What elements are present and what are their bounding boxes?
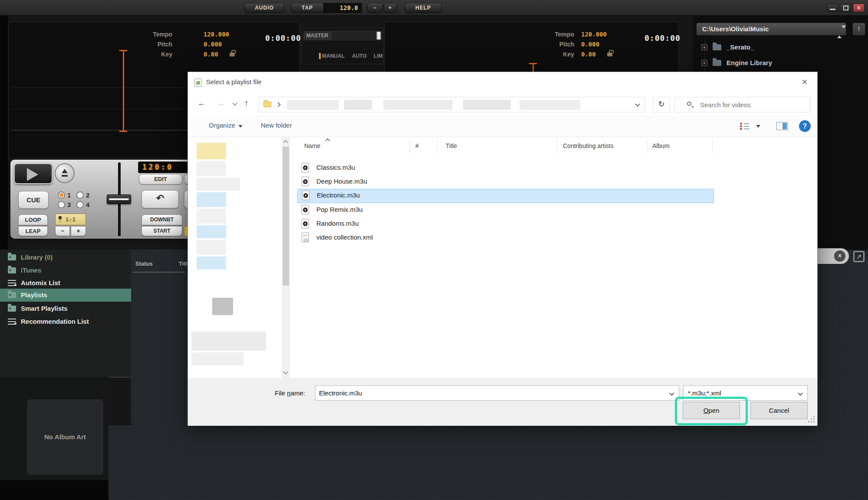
resize-grip[interactable] (809, 416, 815, 422)
file-row[interactable]: video collection.xml (297, 231, 714, 245)
minimize-button[interactable] (827, 3, 838, 12)
beat-plus-button[interactable]: + (71, 226, 86, 236)
dialog-toolbar: Organize New folder ? (188, 115, 817, 137)
edit-button[interactable]: EDIT (139, 174, 182, 184)
file-row[interactable]: Pop Remix.m3u (297, 204, 714, 217)
play-button[interactable] (14, 163, 53, 184)
close-app-button[interactable]: × (853, 3, 865, 12)
folder-up-button[interactable]: ↑ (852, 23, 865, 36)
cue-button[interactable]: CUE (18, 191, 49, 209)
pitch-label: Pitch (559, 41, 574, 48)
file-row-selected[interactable]: Electronic.m3u (297, 189, 714, 203)
maximize-icon (843, 6, 848, 10)
start-button[interactable]: START (141, 226, 182, 236)
hotcue-radio-2[interactable] (76, 191, 84, 199)
view-mode-dropdown-icon[interactable] (756, 125, 760, 128)
preview-pane-icon[interactable] (776, 122, 788, 130)
column-separator[interactable] (437, 139, 437, 154)
master-auto-label[interactable]: AUTO (352, 53, 367, 59)
m3u-file-icon (302, 177, 309, 186)
hotcue-radio-4[interactable] (76, 201, 84, 208)
column-header-title[interactable]: Title (446, 142, 457, 161)
column-header-album[interactable]: Album (652, 142, 670, 161)
pitch-value: 0.000 (581, 41, 599, 48)
bpm-minus-button[interactable]: − (367, 3, 383, 13)
tap-button[interactable]: TAP (291, 3, 324, 13)
sidebar-item-itunes[interactable]: iTunes (0, 264, 131, 277)
file-name-combo[interactable] (315, 385, 679, 401)
beat-pin-icon (59, 216, 62, 219)
master-volume-handle[interactable] (376, 32, 381, 39)
hotcue-radio-1[interactable] (58, 191, 65, 199)
pitch-fader-handle[interactable] (107, 194, 131, 204)
new-folder-button[interactable]: New folder (261, 122, 292, 129)
folder-icon (713, 44, 721, 50)
undo-button[interactable]: ↶ (141, 190, 179, 208)
downbeat-button[interactable]: DOWNBT (141, 214, 182, 225)
maximize-button[interactable] (840, 3, 852, 12)
sidebar-item-smart-playlists[interactable]: Smart Playlists (0, 302, 131, 315)
clear-search-icon[interactable]: × (834, 250, 845, 262)
file-row[interactable]: Classics.m3u (297, 161, 714, 175)
column-header-name[interactable]: Name (304, 142, 320, 161)
table-header-underline (133, 272, 185, 273)
address-bar[interactable] (259, 97, 645, 112)
file-row[interactable]: Deep House.m3u (297, 175, 714, 189)
address-dropdown-icon[interactable] (635, 102, 640, 106)
expand-icon[interactable]: + (701, 60, 707, 66)
filter-dropdown-icon[interactable] (798, 391, 802, 395)
hotcue-radio-3[interactable] (58, 201, 65, 208)
scroll-up-icon[interactable] (283, 140, 288, 145)
bpm-plus-button[interactable]: + (384, 3, 397, 13)
table-header-status[interactable]: Status (135, 260, 153, 267)
up-button[interactable]: ↑ (244, 99, 249, 108)
cancel-button[interactable]: Cancel (750, 402, 808, 419)
dialog-titlebar[interactable]: Select a playlist file × (188, 72, 817, 94)
popout-icon[interactable]: ↗ (853, 251, 865, 262)
file-name-dropdown-icon[interactable] (669, 391, 674, 395)
sidebar-item-automix-list[interactable]: Automix List (0, 276, 131, 289)
organize-menu[interactable]: Organize (209, 122, 243, 129)
forward-button[interactable]: → (217, 99, 225, 108)
eject-button[interactable] (55, 163, 75, 183)
key-value: 0.00 (581, 51, 596, 58)
tree-item-engine-library[interactable]: + Engine Library (693, 56, 866, 69)
dialog-search-box[interactable] (674, 97, 810, 112)
help-button[interactable]: HELP (404, 3, 442, 13)
leap-button[interactable]: LEAP (18, 226, 48, 236)
column-header-number[interactable]: # (415, 142, 419, 161)
key-lock-icon[interactable] (230, 53, 235, 56)
master-lim-label[interactable]: LIM (374, 53, 383, 59)
history-chevron-icon[interactable] (232, 101, 237, 105)
file-row[interactable]: Randoms.m3u (297, 217, 714, 231)
loop-button[interactable]: LOOP (18, 214, 48, 225)
dialog-search-input[interactable] (700, 99, 804, 110)
sidebar-item-recommendation-list[interactable]: Recommendation List (0, 315, 131, 328)
file-name-input[interactable] (319, 388, 662, 398)
view-mode-icon[interactable] (740, 122, 750, 130)
dialog-close-button[interactable]: × (798, 76, 811, 89)
sidebar-item-playlists[interactable]: Playlists (0, 289, 131, 302)
expand-icon[interactable]: + (701, 44, 707, 50)
help-icon[interactable]: ? (799, 120, 811, 132)
tree-item-serato[interactable]: + _Serato_ (693, 41, 866, 54)
redacted-item (197, 225, 226, 238)
column-separator[interactable] (712, 139, 713, 154)
beat-minus-button[interactable]: − (55, 226, 70, 236)
master-manual-label[interactable]: MANUAL (322, 53, 345, 59)
dialog-title: Select a playlist file (206, 78, 262, 86)
column-separator[interactable] (409, 139, 410, 154)
column-header-artists[interactable]: Contributing artists (563, 142, 614, 161)
master-volume-meter[interactable] (331, 31, 382, 40)
refresh-button[interactable]: ↻ (653, 97, 670, 112)
path-dropdown[interactable]: C:\Users\Olivia\Music (696, 23, 846, 36)
sidebar-item-library[interactable]: Library (0) (0, 251, 131, 264)
scrollbar-thumb[interactable] (283, 147, 289, 286)
scroll-down-icon[interactable] (283, 369, 288, 374)
column-separator[interactable] (557, 139, 557, 154)
scrollbar[interactable] (282, 137, 290, 378)
key-lock-icon[interactable] (607, 53, 612, 56)
back-button[interactable]: ← (197, 99, 206, 108)
column-separator[interactable] (647, 139, 648, 154)
audio-button[interactable]: AUDIO (244, 3, 284, 13)
